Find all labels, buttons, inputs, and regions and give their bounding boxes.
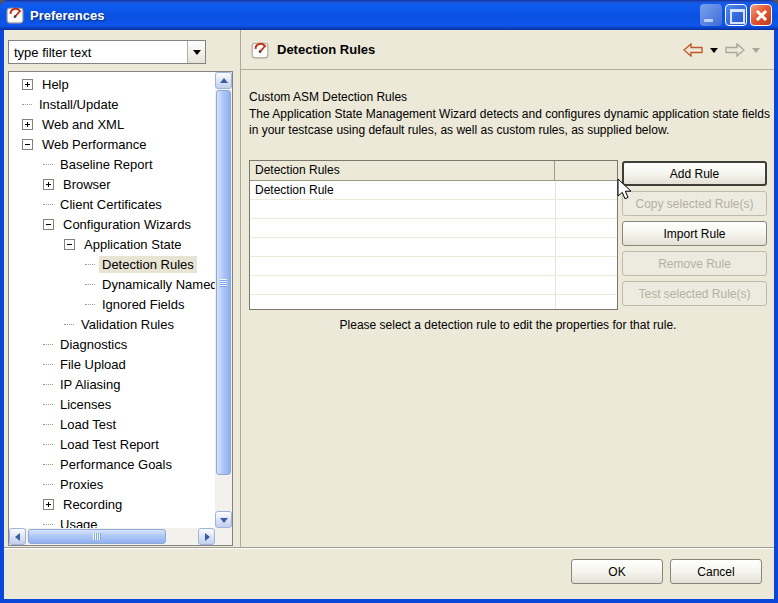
tree-connector bbox=[43, 364, 53, 365]
tree-item[interactable]: Diagnostics bbox=[9, 334, 215, 354]
tree-connector bbox=[43, 524, 53, 525]
window-title: Preferences bbox=[30, 8, 104, 23]
vertical-scrollbar-thumb[interactable] bbox=[216, 90, 231, 475]
tree-connector bbox=[43, 484, 53, 485]
tree-item[interactable]: Install/Update bbox=[9, 94, 215, 114]
expand-icon[interactable] bbox=[22, 119, 33, 130]
tree-item[interactable]: Performance Goals bbox=[9, 454, 215, 474]
rule-actions: Add RuleCopy selected Rule(s)Import Rule… bbox=[622, 161, 767, 306]
tree-item-label: Install/Update bbox=[36, 96, 122, 113]
table-row[interactable]: Detection Rule bbox=[250, 181, 617, 200]
gauge-page-icon bbox=[251, 41, 269, 59]
table-empty-row bbox=[250, 295, 617, 310]
tree-connector bbox=[43, 404, 53, 405]
back-history-dropdown-icon[interactable] bbox=[710, 48, 718, 57]
remove-rule-button: Remove Rule bbox=[622, 251, 767, 276]
tree-item[interactable]: Recording bbox=[9, 494, 215, 514]
forward-arrow-icon[interactable] bbox=[725, 43, 745, 57]
tree-connector bbox=[85, 284, 95, 285]
tree-item[interactable]: Load Test Report bbox=[9, 434, 215, 454]
tree-item-label: Validation Rules bbox=[78, 316, 177, 333]
tree-item[interactable]: Licenses bbox=[9, 394, 215, 414]
expand-icon[interactable] bbox=[22, 79, 33, 90]
back-arrow-icon[interactable] bbox=[683, 43, 703, 57]
tree-item[interactable]: File Upload bbox=[9, 354, 215, 374]
page-header: Detection Rules bbox=[241, 30, 774, 70]
tree-item[interactable]: Client Certificates bbox=[9, 194, 215, 214]
tree-connector bbox=[43, 464, 53, 465]
maximize-button[interactable] bbox=[725, 4, 747, 26]
scrollbar-corner bbox=[215, 528, 232, 545]
tree-vertical-scrollbar[interactable] bbox=[215, 72, 232, 528]
tree-item[interactable]: Usage bbox=[9, 514, 215, 528]
tree-connector bbox=[43, 424, 53, 425]
collapse-icon[interactable] bbox=[64, 239, 75, 250]
detection-rules-table: Detection Rules Detection Rule bbox=[249, 160, 618, 310]
tree-item[interactable]: Configuration Wizards bbox=[9, 214, 215, 234]
tree-connector bbox=[64, 324, 74, 325]
tree-item[interactable]: Help bbox=[9, 74, 215, 94]
scroll-down-button[interactable] bbox=[215, 511, 232, 528]
filter-dropdown-button[interactable] bbox=[187, 41, 205, 63]
tree-item[interactable]: IP Aliasing bbox=[9, 374, 215, 394]
section-title: Custom ASM Detection Rules bbox=[249, 90, 407, 104]
tree-connector bbox=[43, 344, 53, 345]
titlebar[interactable]: Preferences bbox=[0, 0, 778, 30]
tree-connector bbox=[85, 304, 95, 305]
import-rule-button[interactable]: Import Rule bbox=[622, 221, 767, 246]
expand-icon[interactable] bbox=[43, 499, 54, 510]
tree-item-label: Client Certificates bbox=[57, 196, 165, 213]
tree-item[interactable]: Application State bbox=[9, 234, 215, 254]
tree-item[interactable]: Validation Rules bbox=[9, 314, 215, 334]
column-header-detection-rules[interactable]: Detection Rules bbox=[250, 161, 555, 180]
tree-item-label: Load Test Report bbox=[57, 436, 162, 453]
tree-connector bbox=[43, 204, 53, 205]
filter-input[interactable] bbox=[9, 41, 187, 63]
tree-item-label: Baseline Report bbox=[57, 156, 156, 173]
column-divider bbox=[555, 181, 556, 309]
scroll-up-button[interactable] bbox=[215, 72, 232, 89]
tree-item[interactable]: Load Test bbox=[9, 414, 215, 434]
minimize-button[interactable] bbox=[700, 4, 722, 26]
tree-item-label: Diagnostics bbox=[57, 336, 130, 353]
tree-horizontal-scrollbar[interactable] bbox=[9, 528, 215, 545]
horizontal-scrollbar-thumb[interactable] bbox=[28, 529, 166, 544]
tree-item[interactable]: Dynamically Named bbox=[9, 274, 215, 294]
collapse-icon[interactable] bbox=[43, 219, 54, 230]
footer-button-bar: OK Cancel bbox=[4, 549, 774, 599]
scroll-left-button[interactable] bbox=[9, 528, 26, 545]
tree-item-label: Web Performance bbox=[39, 136, 150, 153]
tree-item-label: Help bbox=[39, 76, 72, 93]
tree-control: HelpInstall/UpdateWeb and XMLWeb Perform… bbox=[8, 71, 233, 546]
close-button[interactable] bbox=[750, 4, 772, 26]
tree-item[interactable]: Web and XML bbox=[9, 114, 215, 134]
preferences-tree: HelpInstall/UpdateWeb and XMLWeb Perform… bbox=[9, 72, 215, 528]
tree-item-label: Load Test bbox=[57, 416, 119, 433]
selection-hint: Please select a detection rule to edit t… bbox=[249, 318, 767, 332]
add-rule-button[interactable]: Add Rule bbox=[622, 161, 767, 186]
table-empty-row bbox=[250, 219, 617, 238]
expand-icon[interactable] bbox=[43, 179, 54, 190]
tree-item-label: Usage bbox=[57, 516, 101, 529]
tree-item-label: File Upload bbox=[57, 356, 129, 373]
cancel-button[interactable]: Cancel bbox=[670, 559, 762, 584]
dialog-body: HelpInstall/UpdateWeb and XMLWeb Perform… bbox=[4, 30, 774, 599]
tree-item-label: Detection Rules bbox=[99, 256, 197, 273]
tree-item-label: Licenses bbox=[57, 396, 114, 413]
collapse-icon[interactable] bbox=[22, 139, 33, 150]
tree-item[interactable]: Baseline Report bbox=[9, 154, 215, 174]
tree-item[interactable]: Browser bbox=[9, 174, 215, 194]
tree-item[interactable]: Ignored Fields bbox=[9, 294, 215, 314]
tree-connector bbox=[43, 164, 53, 165]
page-title: Detection Rules bbox=[277, 42, 375, 57]
forward-history-dropdown-icon[interactable] bbox=[752, 48, 760, 57]
tree-item-label: Recording bbox=[60, 496, 125, 513]
test-selected-rule-s-button: Test selected Rule(s) bbox=[622, 281, 767, 306]
tree-item[interactable]: Proxies bbox=[9, 474, 215, 494]
scroll-right-button[interactable] bbox=[198, 528, 215, 545]
table-empty-row bbox=[250, 257, 617, 276]
tree-item[interactable]: Detection Rules bbox=[9, 254, 215, 274]
tree-item[interactable]: Web Performance bbox=[9, 134, 215, 154]
ok-button[interactable]: OK bbox=[571, 559, 663, 584]
tree-connector bbox=[43, 444, 53, 445]
